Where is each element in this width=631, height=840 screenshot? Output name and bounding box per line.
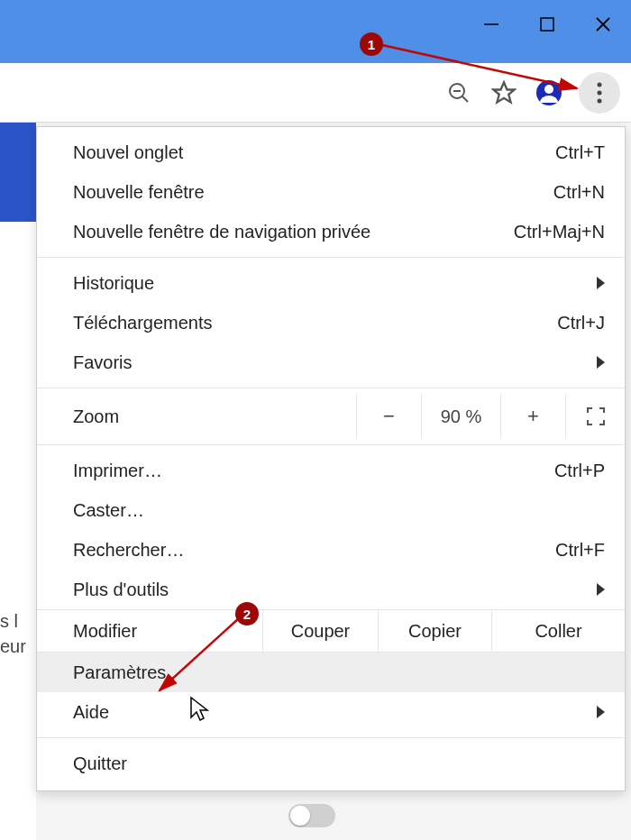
svg-line-5 (462, 96, 468, 102)
menu-item-label: Quitter (73, 753, 605, 774)
close-icon (594, 15, 612, 33)
fullscreen-icon (586, 406, 606, 426)
kebab-menu-icon (597, 82, 602, 104)
menu-item-label: Nouvelle fenêtre de navigation privée (73, 222, 514, 242)
menu-item-label: Rechercher… (73, 540, 555, 561)
page-text-fragment: s l (0, 611, 18, 632)
submenu-arrow-icon (597, 352, 605, 373)
menu-item-shortcut: Ctrl+P (554, 461, 605, 481)
main-menu: Nouvel onglet Ctrl+T Nouvelle fenêtre Ct… (36, 126, 626, 791)
menu-item-shortcut: Ctrl+N (553, 182, 605, 203)
edit-copy-button[interactable]: Copier (378, 610, 491, 652)
menu-item-settings[interactable]: Paramètres (37, 653, 625, 692)
submenu-arrow-icon (597, 702, 605, 723)
submenu-arrow-icon (597, 273, 605, 294)
menu-item-shortcut: Ctrl+Maj+N (514, 222, 605, 242)
zoom-out-button[interactable]: − (356, 394, 421, 439)
menu-item-find[interactable]: Rechercher… Ctrl+F (37, 530, 625, 570)
page-toggle[interactable] (288, 804, 335, 827)
menu-item-help[interactable]: Aide (37, 692, 625, 732)
zoom-out-icon (447, 81, 471, 105)
svg-rect-1 (541, 18, 553, 31)
menu-item-label: Nouvel onglet (73, 142, 555, 163)
minimize-icon (482, 15, 500, 33)
zoom-in-button[interactable]: + (500, 394, 565, 439)
svg-point-9 (544, 85, 553, 94)
toggle-knob (290, 806, 310, 826)
window-maximize-button[interactable] (519, 5, 575, 43)
annotation-marker-2: 2 (235, 602, 259, 625)
annotation-marker-1: 1 (360, 32, 383, 56)
menu-item-new-window[interactable]: Nouvelle fenêtre Ctrl+N (37, 172, 625, 212)
window-title-bar (0, 0, 631, 63)
zoom-out-button[interactable] (444, 78, 474, 108)
window-close-button[interactable] (575, 5, 631, 43)
submenu-arrow-icon (597, 580, 605, 600)
menu-item-label: Aide (73, 702, 597, 723)
menu-item-downloads[interactable]: Téléchargements Ctrl+J (37, 303, 625, 342)
menu-separator (37, 444, 625, 445)
menu-item-label: Nouvelle fenêtre (73, 182, 553, 203)
menu-separator (37, 388, 625, 388)
svg-point-10 (598, 82, 602, 87)
menu-item-edit: Modifier Couper Copier Coller (37, 609, 625, 653)
zoom-label: Zoom (37, 406, 356, 427)
menu-item-more-tools[interactable]: Plus d'outils (37, 570, 625, 609)
menu-item-zoom: Zoom − 90 % + (37, 394, 625, 439)
edit-label: Modifier (37, 610, 262, 652)
menu-item-label: Téléchargements (73, 313, 557, 333)
menu-item-label: Favoris (73, 352, 597, 373)
menu-item-shortcut: Ctrl+T (555, 142, 605, 163)
profile-icon (535, 79, 562, 106)
window-minimize-button[interactable] (463, 5, 519, 43)
svg-marker-7 (493, 82, 514, 102)
menu-item-label: Caster… (73, 500, 605, 521)
menu-item-new-tab[interactable]: Nouvel onglet Ctrl+T (37, 132, 625, 172)
edit-cut-button[interactable]: Couper (262, 610, 378, 652)
maximize-icon (539, 16, 555, 32)
profile-button[interactable] (534, 78, 564, 108)
menu-item-print[interactable]: Imprimer… Ctrl+P (37, 451, 625, 490)
menu-item-label: Paramètres (73, 662, 605, 683)
bookmark-button[interactable] (489, 78, 519, 108)
page-header-fragment (0, 123, 36, 222)
menu-item-label: Imprimer… (73, 461, 554, 481)
menu-item-label: Historique (73, 273, 597, 294)
browser-toolbar (0, 63, 631, 123)
svg-point-11 (598, 90, 602, 95)
menu-item-label: Plus d'outils (73, 580, 597, 600)
menu-item-bookmarks[interactable]: Favoris (37, 342, 625, 382)
page-body-fragment (0, 222, 36, 840)
menu-item-incognito[interactable]: Nouvelle fenêtre de navigation privée Ct… (37, 212, 625, 251)
menu-item-history[interactable]: Historique (37, 263, 625, 303)
menu-item-quit[interactable]: Quitter (37, 744, 625, 783)
menu-item-shortcut: Ctrl+F (555, 540, 605, 561)
menu-item-shortcut: Ctrl+J (557, 313, 605, 333)
page-text-fragment: eur (0, 636, 26, 657)
menu-separator (37, 737, 625, 738)
fullscreen-button[interactable] (565, 394, 625, 439)
edit-paste-button[interactable]: Coller (491, 610, 625, 652)
zoom-value: 90 % (421, 394, 500, 439)
svg-point-12 (598, 98, 602, 103)
star-icon (491, 80, 517, 105)
menu-separator (37, 257, 625, 258)
main-menu-button[interactable] (579, 72, 620, 114)
menu-item-cast[interactable]: Caster… (37, 490, 625, 530)
